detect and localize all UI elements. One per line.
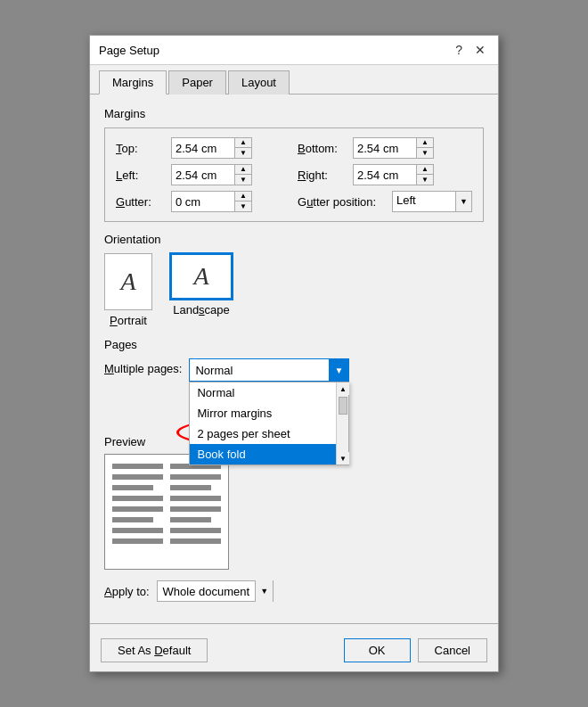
apply-row: Apply to: Whole document ▼ — [104, 580, 484, 602]
multiple-pages-menu: Normal Mirror margins 2 pages per sheet … — [189, 382, 349, 465]
apply-to-value: Whole document — [158, 583, 256, 600]
right-up-btn[interactable]: ▲ — [417, 165, 433, 175]
bottom-field-row: Bottom: 2.54 cm ▲ ▼ — [298, 137, 472, 159]
gutter-spinner: 0 cm ▲ ▼ — [171, 191, 252, 212]
title-bar: Page Setup ? ✕ — [90, 36, 498, 65]
bottom-input[interactable]: 2.54 cm — [354, 138, 416, 158]
right-input[interactable]: 2.54 cm — [354, 165, 416, 185]
left-down-btn[interactable]: ▼ — [235, 175, 251, 185]
tab-margins[interactable]: Margins — [99, 70, 167, 95]
menu-item-2pages[interactable]: 2 pages per sheet — [190, 423, 328, 444]
left-field-row: Left: 2.54 cm ▲ ▼ — [116, 164, 283, 185]
landscape-label: Landscape — [173, 303, 230, 317]
preview-line-r7 — [170, 528, 221, 533]
preview-line-r6 — [170, 517, 211, 522]
help-button[interactable]: ? — [452, 43, 466, 57]
bottom-spinner-buttons: ▲ ▼ — [416, 138, 433, 158]
preview-line-r2 — [170, 474, 221, 480]
dialog-content: Margins Top: 2.54 cm ▲ ▼ Bottom: — [90, 95, 498, 623]
bottom-label: Bottom: — [298, 142, 347, 155]
apply-to-label: Apply to: — [104, 585, 150, 598]
menu-item-mirror[interactable]: Mirror margins — [190, 403, 348, 423]
top-spinner: 2.54 cm ▲ ▼ — [171, 137, 252, 159]
preview-line-7 — [112, 528, 163, 533]
menu-items-wrap: Normal Mirror margins 2 pages per sheet … — [190, 382, 348, 464]
bottom-up-btn[interactable]: ▲ — [417, 138, 433, 148]
pages-label-header: Pages — [104, 338, 484, 351]
gutter-pos-dropdown-btn[interactable]: ▼ — [455, 192, 471, 211]
preview-line-3 — [112, 485, 153, 490]
tab-layout[interactable]: Layout — [228, 70, 290, 95]
preview-line-4 — [112, 496, 163, 501]
gutter-pos-select[interactable]: Left ▼ — [392, 191, 472, 212]
landscape-icon: A — [170, 253, 233, 300]
margins-section-label: Margins — [104, 107, 484, 120]
top-field-row: Top: 2.54 cm ▲ ▼ — [116, 137, 283, 159]
menu-item-normal[interactable]: Normal — [190, 382, 348, 403]
tab-bar: Margins Paper Layout — [90, 65, 498, 95]
footer-left: Set As Default — [101, 638, 208, 662]
title-bar-buttons: ? ✕ — [452, 43, 489, 57]
right-field-row: Right: 2.54 cm ▲ ▼ — [298, 164, 472, 185]
gutter-down-btn[interactable]: ▼ — [235, 201, 251, 211]
set-default-button[interactable]: Set As Default — [101, 638, 208, 662]
ok-button[interactable]: OK — [344, 638, 411, 662]
multiple-pages-label: Multiple pages: — [104, 358, 182, 375]
multiple-pages-dropdown[interactable]: Normal ▼ — [189, 358, 349, 382]
top-up-btn[interactable]: ▲ — [235, 138, 251, 148]
right-spinner-buttons: ▲ ▼ — [416, 165, 433, 185]
gutter-spinner-buttons: ▲ ▼ — [234, 192, 251, 211]
preview-line-r5 — [170, 506, 221, 512]
gutter-up-btn[interactable]: ▲ — [235, 192, 251, 201]
right-down-btn[interactable]: ▼ — [417, 175, 433, 185]
preview-line-5 — [112, 506, 163, 512]
preview-col-left — [112, 464, 163, 560]
preview-col-right — [170, 464, 221, 560]
bottom-spinner: 2.54 cm ▲ ▼ — [353, 137, 434, 159]
multiple-pages-dropdown-arrow[interactable]: ▼ — [329, 358, 348, 382]
orientation-label: Orientation — [104, 233, 484, 246]
top-input[interactable]: 2.54 cm — [172, 138, 234, 158]
menu-item-bookfold[interactable]: Book fold — [190, 444, 348, 464]
tab-paper[interactable]: Paper — [168, 70, 226, 95]
scroll-down-btn[interactable]: ▼ — [337, 452, 349, 464]
multiple-pages-dropdown-container: Normal ▼ Normal Mirror margins 2 pages p… — [189, 358, 484, 382]
cancel-button[interactable]: Cancel — [418, 638, 487, 662]
preview-box — [104, 454, 229, 570]
page-setup-dialog: Page Setup ? ✕ Margins Paper Layout Marg… — [89, 35, 499, 672]
preview-line-1 — [112, 464, 163, 469]
footer-divider — [90, 623, 498, 624]
portrait-option[interactable]: A Portrait — [104, 253, 152, 327]
left-up-btn[interactable]: ▲ — [235, 165, 251, 175]
dialog-title: Page Setup — [99, 44, 159, 57]
gutter-input[interactable]: 0 cm — [172, 192, 234, 211]
scroll-thumb[interactable] — [339, 397, 347, 415]
left-spinner-buttons: ▲ ▼ — [234, 165, 251, 185]
left-label: Left: — [116, 169, 166, 182]
landscape-option[interactable]: A Landscape — [170, 253, 233, 327]
dropdown-scrollbar: ▲ ▼ — [336, 382, 348, 464]
pages-section: Pages Multiple pages: Normal ▼ Normal Mi… — [104, 338, 484, 382]
orientation-section: Orientation A Portrait A Landscape — [104, 233, 484, 327]
preview-line-6 — [112, 517, 153, 522]
preview-line-2 — [112, 474, 163, 480]
gutter-field-row: Gutter: 0 cm ▲ ▼ — [116, 191, 283, 212]
apply-to-dropdown-btn[interactable]: ▼ — [255, 580, 273, 602]
portrait-icon: A — [104, 253, 152, 310]
gutter-pos-field-row: Gutter position: Left ▼ — [298, 191, 472, 212]
gutter-pos-label: Gutter position: — [298, 195, 387, 209]
top-spinner-buttons: ▲ ▼ — [234, 138, 251, 158]
footer-right: OK Cancel — [344, 638, 487, 662]
orientation-options: A Portrait A Landscape — [104, 253, 484, 327]
apply-to-select[interactable]: Whole document ▼ — [157, 580, 274, 602]
left-input[interactable]: 2.54 cm — [172, 165, 234, 185]
preview-line-r3 — [170, 485, 211, 490]
top-down-btn[interactable]: ▼ — [235, 148, 251, 158]
preview-line-r4 — [170, 496, 221, 501]
right-spinner: 2.54 cm ▲ ▼ — [353, 164, 434, 185]
bottom-down-btn[interactable]: ▼ — [417, 148, 433, 158]
close-button[interactable]: ✕ — [471, 43, 489, 57]
top-label: Top: — [116, 142, 166, 155]
scroll-up-btn[interactable]: ▲ — [337, 382, 349, 395]
portrait-label: Portrait — [110, 314, 147, 327]
